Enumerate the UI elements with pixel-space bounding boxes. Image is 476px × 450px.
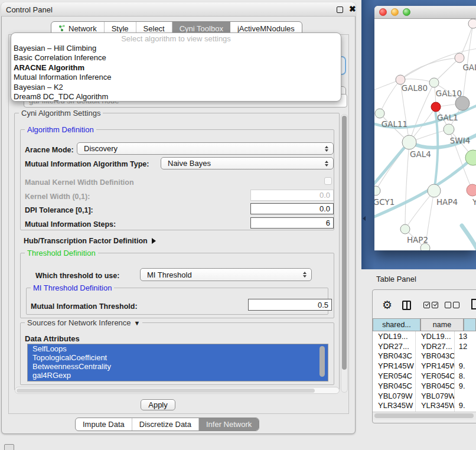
table-row[interactable]: YER054CYER054C8.: [373, 371, 476, 381]
attributes-vscrollbar-thumb[interactable]: [319, 346, 325, 377]
column-layout-icon[interactable]: [402, 301, 411, 310]
network-edge[interactable]: [400, 79, 434, 83]
kernel-width-field[interactable]: 0.0: [250, 190, 334, 201]
aracne-mode-combo[interactable]: Discovery: [77, 142, 334, 155]
apply-button[interactable]: Apply: [141, 399, 175, 410]
algorithm-option[interactable]: Bayesian – Hill Climbing: [11, 44, 341, 53]
control-panel-titlebar[interactable]: [1, 2, 356, 17]
network-window-titlebar[interactable]: [374, 6, 476, 19]
table-cell[interactable]: YPR145W: [416, 361, 455, 371]
table-column-header[interactable]: name: [420, 318, 464, 331]
settings-vscrollbar-thumb[interactable]: [342, 116, 347, 370]
hub-definition-toggle[interactable]: Hub/Transcription Factor Definition: [24, 237, 156, 245]
network-edge[interactable]: [459, 24, 473, 58]
table-cell[interactable]: YLR345W: [416, 401, 455, 411]
close-traffic-light-icon[interactable]: [379, 8, 387, 16]
table-cell[interactable]: YDR27...: [373, 341, 416, 351]
table-cell[interactable]: YPR145W: [373, 361, 416, 371]
network-node[interactable]: [375, 109, 384, 118]
settings-hscrollbar-thumb[interactable]: [17, 389, 315, 393]
mi-type-combo[interactable]: Naive Bayes: [161, 157, 334, 169]
network-node[interactable]: [468, 19, 476, 28]
splitpane-collapse-icon[interactable]: [363, 216, 366, 221]
algorithm-option[interactable]: Basic Correlation Inference: [11, 53, 341, 63]
table-cell[interactable]: YER054C: [373, 371, 416, 381]
bottom-tab-discretize-data[interactable]: Discretize Data: [132, 418, 199, 431]
network-node[interactable]: [467, 184, 476, 196]
select-all-columns-icon[interactable]: [423, 302, 438, 308]
table-cell[interactable]: [455, 351, 476, 361]
table-cell[interactable]: YDR27...: [416, 341, 455, 351]
network-canvas[interactable]: GAL80GAL10GAL1GAL11SWI4GAL4GALGCY1HAP4YH…: [374, 19, 476, 250]
table-row[interactable]: YLR345WYLR345W9.: [373, 401, 476, 411]
table-settings-gear-icon[interactable]: ⚙: [382, 299, 392, 311]
table-cell[interactable]: YDL19...: [373, 331, 416, 341]
table-cell[interactable]: YLR345W: [373, 401, 416, 411]
close-icon[interactable]: ✖: [349, 4, 356, 14]
minimize-traffic-light-icon[interactable]: [391, 8, 399, 16]
network-node[interactable]: [429, 78, 439, 87]
float-icon[interactable]: [337, 6, 343, 13]
table-row[interactable]: YDL19...YDL19...13: [373, 331, 476, 341]
network-node[interactable]: [374, 186, 380, 195]
table-cell[interactable]: YBR045C: [373, 381, 416, 391]
table-cell[interactable]: YDL19...: [416, 331, 455, 341]
table-cell[interactable]: 9.: [455, 361, 476, 371]
table-row[interactable]: YBR045CYBR045C9.: [373, 381, 476, 391]
algorithm-option[interactable]: Bayesian – K2: [11, 83, 341, 92]
table-cell[interactable]: 13: [455, 331, 476, 341]
which-threshold-combo[interactable]: MI Threshold: [140, 268, 312, 281]
algorithm-option[interactable]: ARACNE Algorithm: [11, 63, 341, 73]
data-attribute-item[interactable]: BetweennessCentrality: [28, 362, 328, 371]
network-edge[interactable]: [400, 58, 459, 80]
table-cell[interactable]: 8.: [455, 371, 476, 381]
algorithm-option[interactable]: Dream8 DC_TDC Algorithm: [11, 92, 341, 102]
network-edge[interactable]: [380, 80, 400, 113]
table-cell[interactable]: YBL079W: [416, 391, 455, 401]
network-edge-highlighted[interactable]: [374, 142, 409, 195]
dpi-tolerance-field[interactable]: 0.0: [250, 203, 334, 214]
table-cell[interactable]: YBR043C: [416, 351, 455, 361]
network-node[interactable]: [400, 224, 410, 234]
table-column-header[interactable]: shared...: [373, 318, 420, 331]
table-cell[interactable]: YBL079W: [373, 391, 416, 401]
network-node[interactable]: [444, 124, 454, 135]
data-attribute-item[interactable]: TopologicalCoefficient: [28, 353, 328, 362]
control-panel-title: Control Panel: [6, 5, 53, 14]
table-row[interactable]: YPR145WYPR145W9.: [373, 361, 476, 371]
mi-steps-field[interactable]: 6: [250, 217, 334, 229]
sources-title-row[interactable]: Sources for Network Inference ▼: [25, 318, 142, 327]
network-node[interactable]: [455, 53, 464, 63]
manual-kernel-checkbox[interactable]: [324, 177, 332, 185]
bottom-tab-infer-network[interactable]: Infer Network: [199, 418, 259, 431]
table-cell[interactable]: 12: [455, 341, 476, 351]
network-node[interactable]: [431, 102, 441, 112]
data-attribute-item[interactable]: gal4RGexp: [28, 371, 328, 380]
network-node[interactable]: [402, 135, 416, 149]
zoom-traffic-light-icon[interactable]: [403, 8, 410, 16]
table-cell[interactable]: YER054C: [416, 371, 455, 381]
algorithm-option[interactable]: Mutual Information Inference: [11, 73, 341, 82]
mi-threshold-field[interactable]: 0.5: [248, 299, 332, 311]
table-cell[interactable]: 9.: [455, 381, 476, 391]
table-row[interactable]: YBL079WYBL079W: [373, 391, 476, 401]
table-cell[interactable]: YBR045C: [416, 381, 455, 391]
table-cell[interactable]: [455, 391, 476, 401]
table-row[interactable]: YDR27...YDR27...12: [373, 341, 476, 351]
table-cell[interactable]: 9.: [455, 401, 476, 411]
network-edge[interactable]: [405, 142, 409, 229]
table-cell[interactable]: YBR043C: [373, 351, 416, 361]
data-attributes-list[interactable]: SelfLoopsTopologicalCoefficientBetweenne…: [27, 344, 328, 381]
network-edge-highlighted[interactable]: [462, 226, 476, 250]
table-column-header[interactable]: [464, 318, 476, 331]
data-attribute-item[interactable]: SelfLoops: [28, 344, 328, 353]
network-node[interactable]: [428, 184, 441, 197]
network-node[interactable]: [455, 96, 470, 110]
export-table-icon[interactable]: [471, 299, 476, 309]
deselect-all-columns-icon[interactable]: [445, 302, 459, 308]
minimized-panel-icon[interactable]: [4, 444, 14, 450]
network-edge[interactable]: [434, 58, 459, 83]
table-row[interactable]: YBR043CYBR043C: [373, 351, 476, 361]
table-hscrollbar-thumb[interactable]: [374, 413, 474, 418]
bottom-tab-impute-data[interactable]: Impute Data: [76, 418, 132, 431]
